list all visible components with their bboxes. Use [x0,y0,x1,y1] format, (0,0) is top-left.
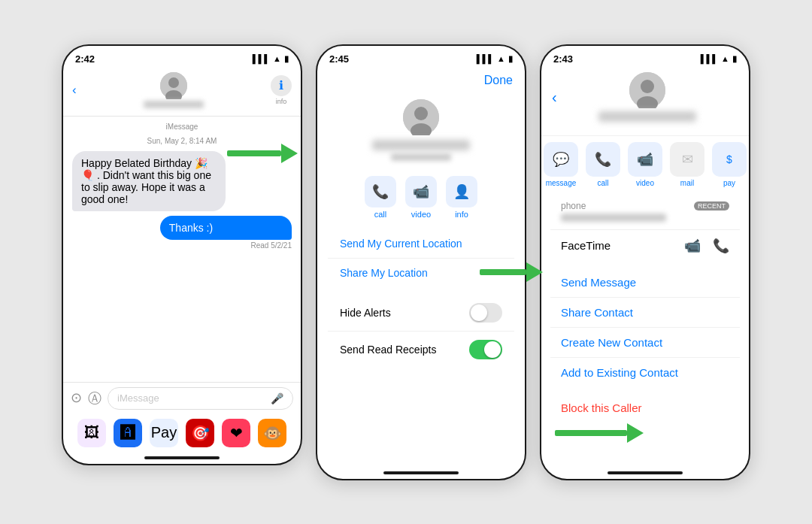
add-existing-row[interactable]: Add to Existing Contact [550,358,740,387]
hide-alerts-label: Hide Alerts [340,307,391,319]
phone-field-label: phone [561,201,586,211]
audio-icon[interactable]: 🎤 [271,392,283,404]
message-action-label: message [546,179,577,187]
video-detail-btn[interactable]: 📹 video [628,142,662,187]
info-avatar [403,99,439,135]
appstore-icon[interactable]: Ⓐ [88,389,102,407]
info-actions-row: 📞 call 📹 video 👤 info [317,170,525,219]
arrow-head-3 [627,423,644,443]
hide-alerts-row[interactable]: Hide Alerts [328,295,514,332]
send-location-row[interactable]: Send My Current Location [328,229,514,259]
signal-icon-2: ▌▌▌ [477,54,494,63]
arrow-head-2 [526,262,543,282]
phone-number-row: phone RECENT [550,193,740,230]
video-action-btn[interactable]: 📹 video [405,176,437,219]
mail-detail-label: mail [680,179,694,187]
dots-icon[interactable]: 🎯 [186,419,214,447]
call-icon: 📞 [365,176,396,207]
monkey-icon[interactable]: 🐵 [258,419,286,447]
contact-detail-avatar [629,72,665,108]
appstore-dock-icon[interactable]: 🅰 [114,419,142,447]
input-placeholder: iMessage [117,392,159,404]
phone-number-blur [561,214,666,222]
dock: 🖼 🅰 Pay 🎯 ❤ 🐵 [63,414,301,453]
message-action-btn[interactable]: 💬 message [544,142,578,187]
status-bar-1: 2:42 ▌▌▌ ▲ ▮ [63,46,301,68]
mail-detail-icon: ✉ [670,142,704,177]
video-icon: 📹 [405,176,437,207]
block-section: Block this Caller [550,393,740,423]
message-header: ‹ ℹ info [63,68,301,117]
phone-contact: 2:43 ▌▌▌ ▲ ▮ ‹ [540,44,750,480]
message-input-box[interactable]: iMessage 🎤 [108,387,293,410]
photos-icon[interactable]: 🖼 [77,419,106,447]
contact-detail-header: ‹ [541,68,749,136]
call-detail-btn[interactable]: 📞 call [586,142,620,187]
call-detail-label: call [597,179,608,187]
call-action-btn[interactable]: 📞 call [365,176,396,219]
create-contact-row[interactable]: Create New Contact [550,328,740,358]
info-header: Done [317,68,525,93]
heart-icon[interactable]: ❤ [222,419,250,447]
toggles-section: Hide Alerts Send Read Receipts [328,295,514,368]
send-receipts-label: Send Read Receipts [340,344,436,356]
info-label: info [276,98,287,105]
contact-back-btn[interactable]: ‹ [552,89,557,106]
info-subname-blur [391,153,451,161]
contact-name-blur [144,101,204,108]
info-button[interactable]: ℹ [271,75,292,96]
wifi-icon-2: ▲ [497,54,505,63]
svg-point-7 [641,80,654,93]
block-caller-row[interactable]: Block this Caller [550,393,740,423]
phone-number-section: phone RECENT FaceTime 📹 📞 [550,193,740,262]
info-label-btn: info [455,210,468,219]
pay-detail-icon: $ [712,142,747,177]
arrow-body-1 [227,150,281,156]
applepay-icon[interactable]: Pay [150,419,178,447]
facetime-video-icon[interactable]: 📹 [684,238,701,254]
battery-icon: ▮ [284,54,289,64]
status-time-3: 2:43 [553,53,573,65]
contact-detail-name-blur [598,111,696,122]
toggle-thumb-on [484,341,501,358]
info-action-btn[interactable]: 👤 info [446,176,477,219]
arrow-body-3 [555,430,627,436]
share-contact-row[interactable]: Share Contact [550,298,740,328]
video-detail-icon: 📹 [628,142,662,177]
video-detail-label: video [636,179,654,187]
send-message-row[interactable]: Send Message [550,268,740,298]
read-label: Read 5/2/21 [72,241,292,250]
recent-badge: RECENT [694,201,729,211]
home-indicator-2 [383,471,459,474]
arrow-to-info [227,144,298,163]
contact-top-actions: 💬 message 📞 call 📹 video ✉ mail $ pay [541,136,749,187]
camera-icon[interactable]: ⊙ [71,389,82,407]
wifi-icon: ▲ [273,54,281,63]
facetime-audio-icon[interactable]: 📞 [713,238,729,254]
call-label: call [374,210,387,219]
done-button[interactable]: Done [484,74,513,87]
info-name-blur [372,140,470,150]
hide-alerts-toggle[interactable] [469,303,502,323]
video-label: video [411,210,431,219]
pay-detail-btn[interactable]: $ pay [712,142,747,187]
facetime-row: FaceTime 📹 📞 [550,230,740,262]
send-receipts-row[interactable]: Send Read Receipts [328,332,514,368]
wifi-icon-3: ▲ [721,54,729,63]
toggle-thumb-off [471,304,487,321]
mail-detail-btn[interactable]: ✉ mail [670,142,704,187]
status-time-2: 2:45 [329,53,349,65]
phone-messages: 2:42 ▌▌▌ ▲ ▮ ‹ [62,44,302,465]
facetime-label: FaceTime [561,239,611,252]
status-icons-3: ▌▌▌ ▲ ▮ [701,54,737,64]
person-info-icon: 👤 [446,176,477,207]
signal-icon-3: ▌▌▌ [701,54,718,63]
back-button[interactable]: ‹ [72,83,77,98]
message-input-area: ⊙ Ⓐ iMessage 🎤 [63,382,301,414]
call-detail-icon: 📞 [586,142,620,177]
send-receipts-toggle[interactable] [469,340,502,359]
status-icons-2: ▌▌▌ ▲ ▮ [477,54,513,64]
pay-detail-label: pay [723,179,735,187]
contact-avatar [160,72,187,99]
arrow-body-2 [480,269,526,275]
